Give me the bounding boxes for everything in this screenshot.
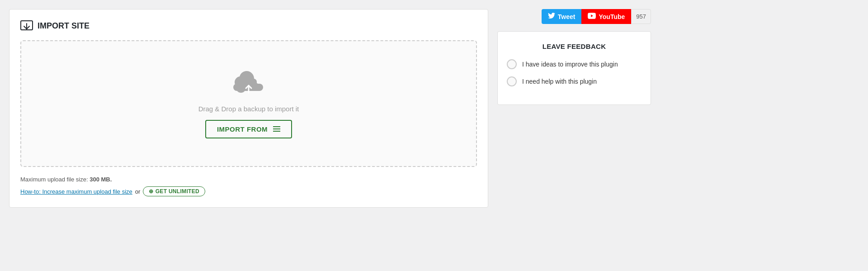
footer-info: Maximum upload file size: 300 MB. [20, 176, 477, 183]
twitter-icon [548, 13, 555, 20]
feedback-label-help: I need help with this plugin [522, 78, 597, 85]
or-text: or [135, 188, 141, 195]
youtube-button[interactable]: YouTube [581, 9, 631, 24]
card-title: IMPORT SITE [20, 20, 477, 31]
social-buttons: Tweet YouTube 957 [497, 9, 651, 24]
main-card: IMPORT SITE Drag & Drop a backup to impo… [9, 9, 488, 208]
radio-ideas[interactable] [507, 59, 517, 69]
get-unlimited-label: GET UNLIMITED [156, 188, 199, 195]
import-site-icon [20, 20, 33, 31]
feedback-label-ideas: I have ideas to improve this plugin [522, 61, 618, 68]
feedback-title: LEAVE FEEDBACK [507, 43, 642, 50]
tweet-button[interactable]: Tweet [542, 9, 582, 24]
sidebar: Tweet YouTube 957 LEAVE FEEDBACK I have … [497, 9, 651, 105]
hamburger-icon [273, 126, 280, 132]
footer-links: How-to: Increase maximum upload file siz… [20, 186, 477, 196]
drag-drop-text: Drag & Drop a backup to import it [198, 105, 299, 113]
tweet-label: Tweet [558, 13, 576, 20]
howto-link[interactable]: How-to: Increase maximum upload file siz… [20, 188, 132, 195]
cloud-upload-icon [233, 69, 264, 98]
youtube-icon [588, 13, 596, 20]
youtube-count: 957 [631, 9, 651, 24]
radio-help[interactable] [507, 76, 517, 86]
page-title: IMPORT SITE [38, 21, 90, 31]
feedback-option-ideas[interactable]: I have ideas to improve this plugin [507, 59, 642, 69]
feedback-option-help[interactable]: I need help with this plugin [507, 76, 642, 86]
upload-size-bold: 300 MB. [90, 176, 112, 183]
upload-size-text: Maximum upload file size: [20, 176, 88, 183]
youtube-label: YouTube [599, 13, 625, 20]
import-from-label: IMPORT FROM [217, 125, 268, 133]
dropzone[interactable]: Drag & Drop a backup to import it IMPORT… [20, 40, 477, 167]
get-unlimited-button[interactable]: ⊕ GET UNLIMITED [143, 186, 205, 196]
feedback-card: LEAVE FEEDBACK I have ideas to improve t… [497, 31, 651, 105]
import-from-button[interactable]: IMPORT FROM [205, 120, 292, 138]
get-unlimited-icon: ⊕ [149, 188, 153, 195]
